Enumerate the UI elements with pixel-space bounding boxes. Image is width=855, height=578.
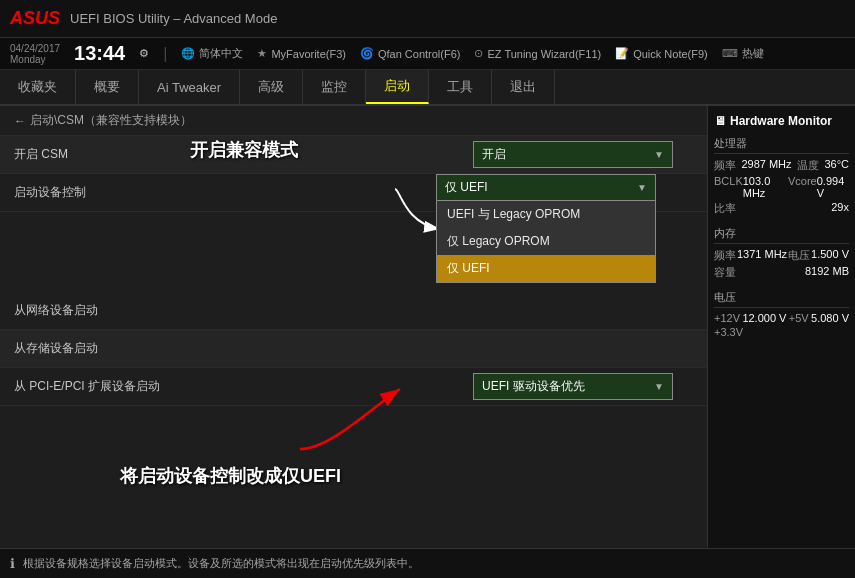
day-label: Monday [10, 54, 60, 65]
cpu-bclk-row: BCLK 103.0 MHz Vcore 0.994 V [714, 175, 849, 199]
tuning-icon: ⊙ [474, 47, 483, 60]
voltage-section: 电压 +12V 12.000 V +5V 5.080 V +3.3V [714, 290, 849, 338]
boot-network-label: 从网络设备启动 [14, 302, 473, 319]
memory-section: 内存 频率 1371 MHz 电压 1.500 V 容量 8192 MB [714, 226, 849, 280]
topbar: ASUS UEFI BIOS Utility – Advanced Mode [0, 0, 855, 38]
monitor-icon: 🖥 [714, 114, 726, 128]
bios-title: UEFI BIOS Utility – Advanced Mode [70, 11, 277, 26]
enable-csm-label: 开启 CSM [14, 146, 473, 163]
ez-tuning-label: EZ Tuning Wizard(F11) [487, 48, 601, 60]
voltage-33v-row: +3.3V [714, 326, 849, 338]
settings-gear-icon[interactable]: ⚙ [139, 47, 149, 60]
boot-storage-label: 从存储设备启动 [14, 340, 473, 357]
dropdown-arrow-icon: ▼ [654, 149, 664, 160]
star-icon: ★ [257, 47, 267, 60]
annotation-change-boot: 将启动设备控制改成仅UEFI [120, 464, 341, 488]
qfan-label: Qfan Control(F6) [378, 48, 461, 60]
voltage-12v-row: +12V 12.000 V +5V 5.080 V [714, 312, 849, 324]
setting-row-boot-storage: 从存储设备启动 [0, 330, 707, 368]
setting-row-boot-device-control: 启动设备控制 仅 UEFI ▼ UEFI 与 Legacy OPROM 仅 Le… [0, 174, 707, 212]
option-legacy-only[interactable]: 仅 Legacy OPROM [437, 228, 655, 255]
boot-pcie-selected: UEFI 驱动设备优先 [482, 378, 585, 395]
tab-overview[interactable]: 概要 [76, 70, 139, 104]
option-uefi-legacy[interactable]: UEFI 与 Legacy OPROM [437, 201, 655, 228]
tab-boot[interactable]: 启动 [366, 70, 429, 104]
mem-freq-row: 频率 1371 MHz 电压 1.500 V [714, 248, 849, 263]
content-area: ← 启动\CSM（兼容性支持模块） 开启兼容模式 开启 CSM 开启 ▼ 启动设… [0, 106, 707, 548]
date-time: 04/24/2017 Monday [10, 43, 60, 65]
boot-device-control-selected: 仅 UEFI [445, 179, 488, 196]
setting-row-boot-pcie: 从 PCI-E/PCI 扩展设备启动 UEFI 驱动设备优先 ▼ [0, 368, 707, 406]
language-selector[interactable]: 🌐 简体中文 [181, 46, 243, 61]
voltage-section-label: 电压 [714, 290, 849, 308]
settings-area: 开启兼容模式 开启 CSM 开启 ▼ 启动设备控制 仅 UEFI [0, 136, 707, 548]
mem-capacity-row: 容量 8192 MB [714, 265, 849, 280]
bottombar: ℹ 根据设备规格选择设备启动模式。设备及所选的模式将出现在启动优先级列表中。 [0, 548, 855, 578]
boot-pcie-dropdown[interactable]: UEFI 驱动设备优先 ▼ [473, 373, 673, 400]
boot-pcie-arrow-icon: ▼ [654, 381, 664, 392]
tab-exit[interactable]: 退出 [492, 70, 555, 104]
cpu-ratio-row: 比率 29x [714, 201, 849, 216]
boot-pcie-value: UEFI 驱动设备优先 ▼ [473, 373, 693, 400]
setting-row-enable-csm: 开启 CSM 开启 ▼ [0, 136, 707, 174]
keyboard-icon: ⌨ [722, 47, 738, 60]
boot-pcie-label: 从 PCI-E/PCI 扩展设备启动 [14, 378, 473, 395]
hotkey-label: 热键 [742, 46, 764, 61]
hardware-monitor-sidebar: 🖥 Hardware Monitor 处理器 频率 2987 MHz 温度 36… [707, 106, 855, 548]
cpu-section: 处理器 频率 2987 MHz 温度 36°C BCLK 103.0 MHz V… [714, 136, 849, 216]
ez-tuning-button[interactable]: ⊙ EZ Tuning Wizard(F11) [474, 47, 601, 60]
breadcrumb-path: 启动\CSM（兼容性支持模块） [30, 112, 192, 129]
tab-monitor[interactable]: 监控 [303, 70, 366, 104]
info-icon: ℹ [10, 556, 15, 571]
boot-device-control-label: 启动设备控制 [14, 184, 473, 201]
back-arrow-icon[interactable]: ← [14, 114, 26, 128]
option-uefi-only[interactable]: 仅 UEFI [437, 255, 655, 282]
myfavorite-label: MyFavorite(F3) [271, 48, 346, 60]
dropdown-open-arrow-icon: ▼ [637, 182, 647, 193]
enable-csm-value: 开启 ▼ [473, 141, 693, 168]
language-label: 简体中文 [199, 46, 243, 61]
boot-device-control-dropdown-container: 仅 UEFI ▼ UEFI 与 Legacy OPROM 仅 Legacy OP… [436, 174, 656, 283]
enable-csm-selected: 开启 [482, 146, 506, 163]
enable-csm-dropdown[interactable]: 开启 ▼ [473, 141, 673, 168]
cpu-freq-row: 频率 2987 MHz 温度 36°C [714, 158, 849, 173]
cpu-section-label: 处理器 [714, 136, 849, 154]
globe-icon: 🌐 [181, 47, 195, 60]
sidebar-title: 🖥 Hardware Monitor [714, 114, 849, 128]
navtabs: 收藏夹 概要 Ai Tweaker 高级 监控 启动 工具 退出 [0, 70, 855, 106]
asus-logo: ASUS [10, 8, 60, 29]
myfavorite-button[interactable]: ★ MyFavorite(F3) [257, 47, 346, 60]
date-label: 04/24/2017 [10, 43, 60, 54]
qfan-control-button[interactable]: 🌀 Qfan Control(F6) [360, 47, 461, 60]
boot-device-control-dropdown-header[interactable]: 仅 UEFI ▼ [436, 174, 656, 201]
fan-icon: 🌀 [360, 47, 374, 60]
quick-note-label: Quick Note(F9) [633, 48, 708, 60]
setting-row-boot-network: 从网络设备启动 [0, 292, 707, 330]
bottombar-text: 根据设备规格选择设备启动模式。设备及所选的模式将出现在启动优先级列表中。 [23, 556, 419, 571]
note-icon: 📝 [615, 47, 629, 60]
tab-advanced[interactable]: 高级 [240, 70, 303, 104]
quick-note-button[interactable]: 📝 Quick Note(F9) [615, 47, 708, 60]
memory-section-label: 内存 [714, 226, 849, 244]
hotkey-button[interactable]: ⌨ 热键 [722, 46, 764, 61]
tab-favorites[interactable]: 收藏夹 [0, 70, 76, 104]
breadcrumb: ← 启动\CSM（兼容性支持模块） [0, 106, 707, 136]
tab-ai-tweaker[interactable]: Ai Tweaker [139, 70, 240, 104]
time-display: 13:44 [74, 42, 125, 65]
tab-tools[interactable]: 工具 [429, 70, 492, 104]
dropdown-options-list: UEFI 与 Legacy OPROM 仅 Legacy OPROM 仅 UEF… [436, 201, 656, 283]
timebar: 04/24/2017 Monday 13:44 ⚙ | 🌐 简体中文 ★ MyF… [0, 38, 855, 70]
